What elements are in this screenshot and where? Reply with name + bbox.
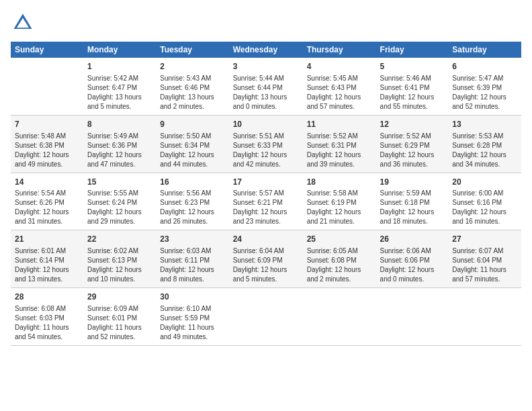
day-number: 21 xyxy=(15,234,79,245)
day-cell: 13Sunrise: 5:53 AM Sunset: 6:28 PM Dayli… xyxy=(448,115,521,173)
day-info: Sunrise: 6:04 AM Sunset: 6:09 PM Dayligh… xyxy=(233,246,299,284)
day-cell: 3Sunrise: 5:44 AM Sunset: 6:44 PM Daylig… xyxy=(229,58,303,115)
col-header-thursday: Thursday xyxy=(303,42,376,58)
day-number: 23 xyxy=(160,234,224,245)
day-number: 7 xyxy=(15,119,79,130)
day-cell xyxy=(229,288,303,346)
day-info: Sunrise: 5:54 AM Sunset: 6:26 PM Dayligh… xyxy=(15,189,79,226)
day-info: Sunrise: 5:53 AM Sunset: 6:28 PM Dayligh… xyxy=(452,132,517,169)
day-info: Sunrise: 5:43 AM Sunset: 6:46 PM Dayligh… xyxy=(160,74,224,111)
logo-icon xyxy=(11,11,35,35)
day-number: 11 xyxy=(307,119,372,130)
day-number: 25 xyxy=(307,234,372,245)
day-cell: 19Sunrise: 5:59 AM Sunset: 6:18 PM Dayli… xyxy=(376,173,449,230)
day-cell: 28Sunrise: 6:08 AM Sunset: 6:03 PM Dayli… xyxy=(11,288,83,346)
day-number: 1 xyxy=(87,61,152,73)
day-number: 4 xyxy=(307,61,372,73)
day-cell: 30Sunrise: 6:10 AM Sunset: 5:59 PM Dayli… xyxy=(156,288,228,346)
day-number: 3 xyxy=(233,61,299,73)
col-header-monday: Monday xyxy=(83,42,156,58)
col-header-wednesday: Wednesday xyxy=(229,42,303,58)
day-number: 12 xyxy=(380,119,445,130)
day-cell: 2Sunrise: 5:43 AM Sunset: 6:46 PM Daylig… xyxy=(156,58,228,115)
day-cell: 6Sunrise: 5:47 AM Sunset: 6:39 PM Daylig… xyxy=(448,58,521,115)
day-info: Sunrise: 5:48 AM Sunset: 6:38 PM Dayligh… xyxy=(15,132,79,169)
day-info: Sunrise: 5:51 AM Sunset: 6:33 PM Dayligh… xyxy=(233,132,299,169)
day-number: 16 xyxy=(160,177,224,188)
day-info: Sunrise: 5:55 AM Sunset: 6:24 PM Dayligh… xyxy=(87,189,152,226)
day-cell: 17Sunrise: 5:57 AM Sunset: 6:21 PM Dayli… xyxy=(229,173,303,230)
day-number: 8 xyxy=(87,119,152,130)
day-info: Sunrise: 5:59 AM Sunset: 6:18 PM Dayligh… xyxy=(380,189,445,226)
col-header-sunday: Sunday xyxy=(11,42,83,58)
day-info: Sunrise: 5:56 AM Sunset: 6:23 PM Dayligh… xyxy=(160,189,224,226)
page-header xyxy=(11,11,521,35)
day-info: Sunrise: 6:02 AM Sunset: 6:13 PM Dayligh… xyxy=(87,246,152,284)
day-number: 15 xyxy=(87,177,152,188)
day-number: 30 xyxy=(160,291,224,303)
day-cell xyxy=(11,58,83,115)
day-number: 14 xyxy=(15,177,79,188)
day-info: Sunrise: 6:01 AM Sunset: 6:14 PM Dayligh… xyxy=(15,246,79,284)
day-number: 24 xyxy=(233,234,299,245)
day-cell xyxy=(303,288,376,346)
day-info: Sunrise: 5:52 AM Sunset: 6:31 PM Dayligh… xyxy=(307,132,372,169)
week-row-5: 28Sunrise: 6:08 AM Sunset: 6:03 PM Dayli… xyxy=(11,288,521,346)
day-info: Sunrise: 6:08 AM Sunset: 6:03 PM Dayligh… xyxy=(15,304,79,342)
day-cell: 25Sunrise: 6:05 AM Sunset: 6:08 PM Dayli… xyxy=(303,230,376,288)
day-cell: 1Sunrise: 5:42 AM Sunset: 6:47 PM Daylig… xyxy=(83,58,156,115)
day-cell: 9Sunrise: 5:50 AM Sunset: 6:34 PM Daylig… xyxy=(156,115,228,173)
day-info: Sunrise: 6:00 AM Sunset: 6:16 PM Dayligh… xyxy=(452,189,517,226)
day-info: Sunrise: 5:44 AM Sunset: 6:44 PM Dayligh… xyxy=(233,74,299,111)
day-cell: 18Sunrise: 5:58 AM Sunset: 6:19 PM Dayli… xyxy=(303,173,376,230)
day-number: 6 xyxy=(452,61,517,73)
week-row-3: 14Sunrise: 5:54 AM Sunset: 6:26 PM Dayli… xyxy=(11,173,521,230)
day-number: 29 xyxy=(87,291,152,303)
day-cell: 26Sunrise: 6:06 AM Sunset: 6:06 PM Dayli… xyxy=(376,230,449,288)
day-cell: 4Sunrise: 5:45 AM Sunset: 6:43 PM Daylig… xyxy=(303,58,376,115)
day-info: Sunrise: 6:09 AM Sunset: 6:01 PM Dayligh… xyxy=(87,304,152,342)
col-header-saturday: Saturday xyxy=(448,42,521,58)
day-info: Sunrise: 5:46 AM Sunset: 6:41 PM Dayligh… xyxy=(380,74,445,111)
day-number: 18 xyxy=(307,177,372,188)
calendar-header-row: SundayMondayTuesdayWednesdayThursdayFrid… xyxy=(11,42,521,58)
day-number: 17 xyxy=(233,177,299,188)
day-number: 26 xyxy=(380,234,445,245)
logo xyxy=(11,11,38,35)
day-cell: 24Sunrise: 6:04 AM Sunset: 6:09 PM Dayli… xyxy=(229,230,303,288)
day-cell: 16Sunrise: 5:56 AM Sunset: 6:23 PM Dayli… xyxy=(156,173,228,230)
day-number: 9 xyxy=(160,119,224,130)
day-info: Sunrise: 5:42 AM Sunset: 6:47 PM Dayligh… xyxy=(87,74,152,111)
day-number: 28 xyxy=(15,291,79,303)
day-number: 22 xyxy=(87,234,152,245)
day-info: Sunrise: 6:07 AM Sunset: 6:04 PM Dayligh… xyxy=(452,246,517,284)
day-cell: 20Sunrise: 6:00 AM Sunset: 6:16 PM Dayli… xyxy=(448,173,521,230)
day-cell: 7Sunrise: 5:48 AM Sunset: 6:38 PM Daylig… xyxy=(11,115,83,173)
week-row-2: 7Sunrise: 5:48 AM Sunset: 6:38 PM Daylig… xyxy=(11,115,521,173)
day-info: Sunrise: 5:50 AM Sunset: 6:34 PM Dayligh… xyxy=(160,132,224,169)
day-info: Sunrise: 6:06 AM Sunset: 6:06 PM Dayligh… xyxy=(380,246,445,284)
calendar-table: SundayMondayTuesdayWednesdayThursdayFrid… xyxy=(11,42,521,346)
day-cell: 22Sunrise: 6:02 AM Sunset: 6:13 PM Dayli… xyxy=(83,230,156,288)
week-row-4: 21Sunrise: 6:01 AM Sunset: 6:14 PM Dayli… xyxy=(11,230,521,288)
day-info: Sunrise: 5:58 AM Sunset: 6:19 PM Dayligh… xyxy=(307,189,372,226)
day-cell: 14Sunrise: 5:54 AM Sunset: 6:26 PM Dayli… xyxy=(11,173,83,230)
day-info: Sunrise: 5:45 AM Sunset: 6:43 PM Dayligh… xyxy=(307,74,372,111)
day-info: Sunrise: 6:03 AM Sunset: 6:11 PM Dayligh… xyxy=(160,246,224,284)
day-cell: 15Sunrise: 5:55 AM Sunset: 6:24 PM Dayli… xyxy=(83,173,156,230)
col-header-friday: Friday xyxy=(376,42,449,58)
day-number: 10 xyxy=(233,119,299,130)
day-number: 2 xyxy=(160,61,224,73)
day-cell: 21Sunrise: 6:01 AM Sunset: 6:14 PM Dayli… xyxy=(11,230,83,288)
day-info: Sunrise: 5:49 AM Sunset: 6:36 PM Dayligh… xyxy=(87,132,152,169)
day-info: Sunrise: 6:05 AM Sunset: 6:08 PM Dayligh… xyxy=(307,246,372,284)
week-row-1: 1Sunrise: 5:42 AM Sunset: 6:47 PM Daylig… xyxy=(11,58,521,115)
day-cell: 8Sunrise: 5:49 AM Sunset: 6:36 PM Daylig… xyxy=(83,115,156,173)
day-info: Sunrise: 5:52 AM Sunset: 6:29 PM Dayligh… xyxy=(380,132,445,169)
day-cell: 27Sunrise: 6:07 AM Sunset: 6:04 PM Dayli… xyxy=(448,230,521,288)
day-number: 5 xyxy=(380,61,445,73)
day-cell xyxy=(448,288,521,346)
day-number: 20 xyxy=(452,177,517,188)
day-cell: 5Sunrise: 5:46 AM Sunset: 6:41 PM Daylig… xyxy=(376,58,449,115)
day-cell: 29Sunrise: 6:09 AM Sunset: 6:01 PM Dayli… xyxy=(83,288,156,346)
